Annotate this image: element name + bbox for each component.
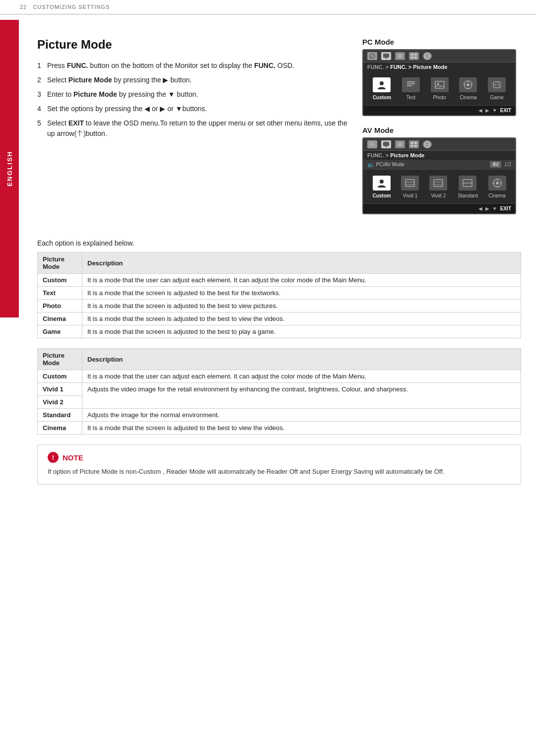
svg-rect-36 [411,142,413,144]
two-column-layout: Picture Mode 1 Press FUNC. button on the… [37,38,521,224]
av-mode-osd: ✎ [362,137,516,214]
t1-mode-text: Text [38,287,82,300]
svg-rect-4 [398,54,402,55]
av-item-vivid1-label: Vivid 1 [403,193,418,198]
pc-item-custom-icon [373,77,391,92]
pc-mode-section: PC Mode ✎ [362,38,521,116]
av-nav-bar: ◀ ▶ ▼ EXIT [363,203,515,213]
osd-av-icon-display [381,140,391,148]
steps-list: 1 Press FUNC. button on the bottom of th… [37,61,347,139]
av-item-custom-icon [373,176,391,190]
t2-mode-custom: Custom [38,370,82,383]
av-item-vivid1-icon [401,176,419,190]
t2-desc-vivid1-vivid2: Adjusts the video image for the retail e… [82,383,521,409]
pc-item-custom-label: Custom [373,95,391,100]
svg-rect-7 [411,54,413,56]
pc-item-custom: Custom [373,77,391,100]
svg-rect-31 [383,142,389,146]
table-row: Game It is a mode that the screen is adj… [38,325,521,338]
pc-item-game-icon [488,77,506,92]
pc-item-game-label: Game [490,95,503,100]
table-row: Vivid 1 Adjusts the video image for the … [38,383,521,396]
table-row: Cinema It is a mode that the screen is a… [38,422,521,435]
svg-rect-8 [414,54,417,56]
av-item-vivid2-label: Vivid 2 [431,193,446,198]
t1-desc-photo: It is a mode that the screen is adjusted… [82,300,521,313]
av-item-cinema-icon [488,176,506,190]
svg-rect-32 [385,146,387,147]
t1-desc-custom: It is a mode that the user can adjust ea… [82,274,521,287]
t1-mode-game: Game [38,325,82,338]
t1-desc-text: It is a mode that the screen is adjusted… [82,287,521,300]
svg-rect-5 [398,56,402,57]
note-box: ! NOTE If option of Picture Mode is non-… [37,444,521,485]
main-content: Picture Mode 1 Press FUNC. button on the… [27,23,536,234]
svg-point-54 [496,179,498,181]
svg-point-22 [468,81,469,82]
left-column: Picture Mode 1 Press FUNC. button on the… [37,38,347,224]
pc-nav-left: ◀ [478,108,482,113]
svg-rect-10 [414,57,417,59]
av-item-custom-label: Custom [372,193,391,198]
svg-point-21 [467,83,469,86]
step-3: 3 Enter to Picture Mode by pressing the … [37,89,347,100]
t2-mode-cinema: Cinema [38,422,82,435]
pc-item-game: Game [488,77,506,100]
each-option-text: Each option is explained below. [37,239,521,247]
t1-mode-photo: Photo [38,300,82,313]
av-nav-left: ◀ [478,206,482,211]
osd-av-icon-bars [395,140,405,148]
svg-point-53 [496,182,499,185]
av-page-indicator: 1/2 [504,162,511,167]
svg-rect-16 [407,83,415,84]
t2-desc-standard: Adjusts the image for the normal environ… [82,409,521,422]
osd-icon-squares [409,52,419,60]
table1-header-mode: Picture Mode [38,252,82,274]
osd-av-top-icons-bar: ✎ [363,138,515,151]
chapter-number: 22 [20,4,27,10]
note-title: NOTE [63,453,83,462]
pc-item-text: Text [402,77,420,100]
svg-point-28 [498,84,499,85]
osd-icon-display [381,52,391,60]
svg-point-55 [496,186,498,188]
osd-av-icon-pencil: ✎ [367,140,377,148]
page-header: 22 CUSTOMIZING SETTINGS [0,0,536,14]
pc-item-photo-icon [431,77,449,92]
av-item-custom: Custom [372,176,391,198]
sidebar-label: ENGLISH [6,151,13,187]
svg-text:✎: ✎ [371,54,374,59]
pc-item-cinema-icon [459,77,477,92]
pc-nav-down: ▼ [492,108,497,113]
svg-rect-18 [435,81,444,88]
t1-desc-cinema: It is a mode that the screen is adjusted… [82,313,521,325]
osd-icons: ✎ [367,52,432,60]
pc-mode-table: Picture Mode Description Custom It is a … [37,252,521,338]
pc-item-cinema-label: Cinema [460,95,476,100]
osd-icon-pencil: ✎ [367,52,377,60]
svg-rect-6 [398,57,402,58]
t2-desc-cinema: It is a mode that the screen is adjusted… [82,422,521,435]
table-row: Custom It is a mode that the user can ad… [38,370,521,383]
svg-rect-47 [434,180,443,187]
table-row: Standard Adjusts the image for the norma… [38,409,521,422]
osd-icon-globe [423,52,432,60]
av-badge: AV [490,161,501,168]
av-mode-table: Picture Mode Description Custom It is a … [37,348,521,435]
svg-rect-34 [398,144,402,145]
step-2: 2 Select Picture Mode by pressing the ▶ … [37,75,347,85]
pc-mode-osd: ✎ [362,49,516,116]
svg-rect-9 [411,57,413,59]
below-section: Each option is explained below. Picture … [0,239,536,485]
table1-header-desc: Description [82,252,521,274]
right-column: PC Mode ✎ [362,38,521,224]
svg-point-25 [471,84,472,86]
svg-point-23 [468,88,469,89]
svg-rect-15 [407,81,415,82]
svg-point-43 [380,180,384,184]
svg-point-29 [497,85,498,86]
svg-rect-2 [383,54,389,58]
chapter-title: CUSTOMIZING SETTINGS [29,4,110,10]
step-5: 5 Select EXIT to leave the OSD menu.To r… [37,118,347,139]
page-title: Picture Mode [37,38,347,52]
